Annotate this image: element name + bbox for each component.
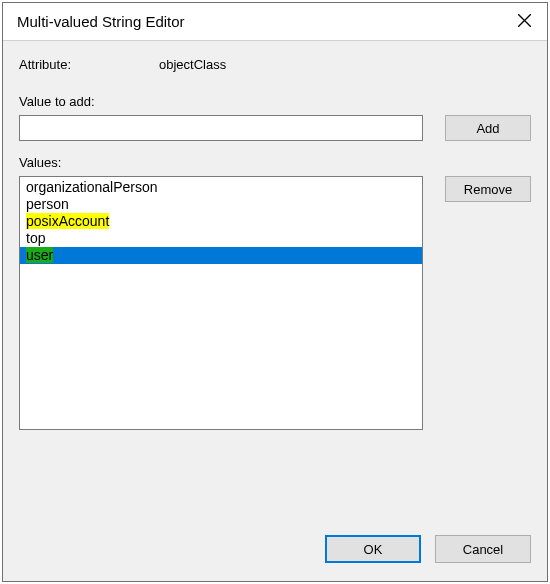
remove-button[interactable]: Remove <box>445 176 531 202</box>
values-label: Values: <box>19 155 531 170</box>
values-row: organizationalPersonpersonposixAccountto… <box>19 176 531 513</box>
ok-button[interactable]: OK <box>325 535 421 563</box>
attribute-label: Attribute: <box>19 57 159 72</box>
dialog-buttons: OK Cancel <box>19 535 531 563</box>
values-list-item[interactable]: organizationalPerson <box>20 179 422 196</box>
close-icon <box>518 14 531 30</box>
values-listbox[interactable]: organizationalPersonpersonposixAccountto… <box>19 176 423 430</box>
window-title: Multi-valued String Editor <box>17 13 501 30</box>
close-button[interactable] <box>501 3 547 41</box>
values-list-item[interactable]: user <box>20 247 422 264</box>
add-button[interactable]: Add <box>445 115 531 141</box>
titlebar: Multi-valued String Editor <box>3 3 547 41</box>
client-area: Attribute: objectClass Value to add: Add… <box>3 41 547 581</box>
value-to-add-label: Value to add: <box>19 94 531 109</box>
values-list-item[interactable]: top <box>20 230 422 247</box>
values-list-item[interactable]: posixAccount <box>20 213 422 230</box>
values-list-item-text: top <box>26 230 45 246</box>
dialog-window: Multi-valued String Editor Attribute: ob… <box>2 2 548 582</box>
attribute-row: Attribute: objectClass <box>19 57 531 72</box>
values-list-item-text: organizationalPerson <box>26 179 158 195</box>
values-list-item-text: person <box>26 196 69 212</box>
add-row: Add <box>19 115 531 141</box>
values-list-item-text: posixAccount <box>26 213 109 229</box>
cancel-button[interactable]: Cancel <box>435 535 531 563</box>
values-list-item-text: user <box>26 247 53 263</box>
value-to-add-input[interactable] <box>19 115 423 141</box>
attribute-value: objectClass <box>159 57 226 72</box>
values-list-item[interactable]: person <box>20 196 422 213</box>
